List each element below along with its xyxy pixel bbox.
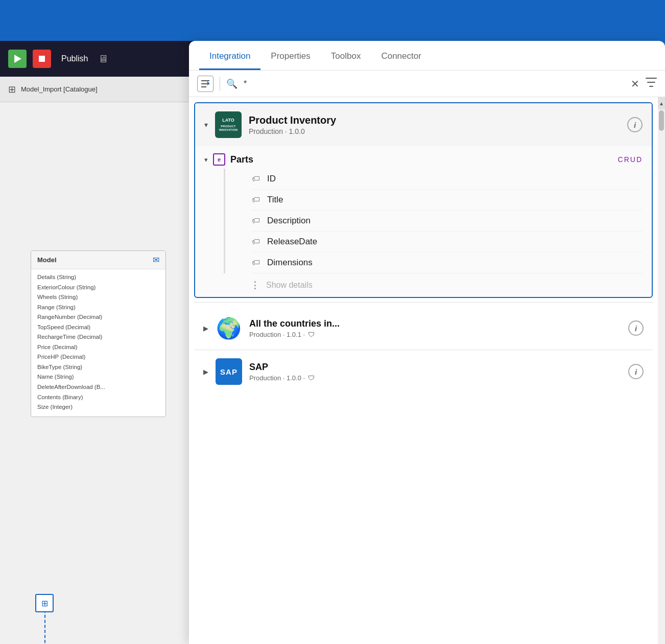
model-item-2: ExteriorColour (String) (37, 283, 159, 293)
product-inventory-version: Production · 1.0.0 (249, 127, 620, 135)
tab-toolbox[interactable]: Toolbox (321, 44, 371, 70)
field-dimensions: 🏷 Dimensions (252, 252, 643, 273)
all-countries-info-button[interactable]: i (628, 320, 644, 336)
field-list: 🏷 ID 🏷 Title 🏷 Description 🏷 (224, 169, 643, 273)
field-id-name: ID (267, 174, 276, 184)
all-countries-name: All the countries in... (249, 318, 621, 329)
sap-logo-text: SAP (220, 367, 238, 376)
all-countries-info: All the countries in... Production · 1.0… (249, 318, 621, 338)
tab-integration[interactable]: Integration (199, 44, 260, 70)
bottom-node-icon[interactable]: ⊞ (35, 594, 54, 612)
model-item-4: Range (String) (37, 303, 159, 313)
all-countries-logo: 🌍 (216, 315, 242, 341)
main-panel: Integration Properties Toolbox Connector… (189, 41, 665, 644)
product-inventory-name: Product Inventory (249, 114, 620, 126)
model-item-14: Size (Integer) (37, 402, 159, 412)
svg-rect-0 (201, 80, 209, 81)
sap-chevron-icon: ▶ (203, 368, 208, 376)
model-item-7: RechargeTime (Decimal) (37, 332, 159, 342)
field-dimensions-name: Dimensions (267, 258, 313, 268)
scroll-track: ▲ (658, 97, 665, 644)
parts-label: Parts (230, 154, 613, 165)
all-countries-shield-icon: 🛡 (308, 331, 315, 338)
search-close-button[interactable]: ✕ (631, 78, 639, 90)
chevron-down-icon: ▾ (204, 121, 208, 129)
model-item-11: Name (String) (37, 372, 159, 382)
model-item-12: DeleteAfterDownload (B... (37, 382, 159, 393)
svg-rect-2 (201, 86, 206, 87)
parts-header: ▾ e Parts CRUD (204, 153, 643, 166)
field-tag-icon-3: 🏷 (252, 216, 260, 225)
tab-connector[interactable]: Connector (371, 44, 431, 70)
product-inventory-info-button[interactable]: i (627, 117, 643, 132)
stop-button[interactable] (33, 50, 51, 68)
parts-section: ▾ e Parts CRUD 🏷 ID 🏷 Title (195, 146, 652, 297)
field-tag-icon-4: 🏷 (252, 237, 260, 246)
product-logo: LATO PRODUCT INNOVATION (215, 111, 242, 138)
product-inventory-info: Product Inventory Production · 1.0.0 (249, 114, 620, 135)
parts-chevron-icon: ▾ (204, 156, 208, 164)
model-item-3: Wheels (String) (37, 292, 159, 303)
field-title: 🏷 Title (252, 190, 643, 211)
model-item-1: Details (String) (37, 272, 159, 283)
search-icon: 🔍 (226, 78, 238, 89)
field-description-name: Description (267, 216, 311, 226)
publish-button[interactable]: Publish (57, 52, 92, 65)
show-details-row[interactable]: ⋮ Show details (204, 273, 643, 297)
model-box-items: Details (String) ExteriorColour (String)… (31, 269, 165, 417)
sap-info: SAP Production · 1.0.0 · 🛡 (249, 362, 621, 382)
play-button[interactable] (8, 50, 27, 68)
model-item-8: Price (Decimal) (37, 342, 159, 353)
sap-shield-icon: 🛡 (308, 374, 315, 382)
monitor-icon: 🖥 (98, 53, 108, 65)
field-description: 🏷 Description (252, 211, 643, 232)
model-envelope-icon: ✉ (153, 255, 159, 265)
node-icon: ⊞ (8, 84, 16, 95)
model-box-header: Model ✉ (31, 251, 165, 269)
search-bar: 🔍 * ✕ (189, 71, 665, 97)
parts-crud-label: CRUD (618, 155, 643, 164)
field-title-name: Title (267, 195, 283, 205)
field-releasedate-name: ReleaseDate (267, 237, 317, 247)
all-countries-card[interactable]: ▶ 🌍 All the countries in... Production ·… (194, 307, 653, 350)
lato-logo-line2: PRODUCT INNOVATION (217, 125, 240, 132)
model-item-5: RangeNumber (Decimal) (37, 312, 159, 323)
sap-info-button[interactable]: i (628, 364, 644, 379)
product-inventory-header[interactable]: ▾ LATO PRODUCT INNOVATION Product Invent… (195, 103, 652, 146)
field-tag-icon-5: 🏷 (252, 258, 260, 267)
tab-properties[interactable]: Properties (260, 44, 320, 70)
search-input[interactable]: * (244, 79, 625, 88)
section-divider-1 (194, 302, 653, 303)
scroll-thumb[interactable] (659, 110, 664, 131)
toggle-panel-button[interactable] (197, 76, 213, 92)
show-details-text: Show details (266, 281, 313, 290)
sap-logo: SAP (216, 358, 242, 385)
all-countries-version: Production · 1.0.1 · 🛡 (249, 331, 621, 338)
model-item-10: BikeType (String) (37, 362, 159, 373)
model-item-6: TopSpeed (Decimal) (37, 323, 159, 333)
breadcrumb-text: Model_Import [Catalogue] (21, 85, 98, 93)
field-releasedate: 🏷 ReleaseDate (252, 232, 643, 252)
all-countries-chevron-icon: ▶ (203, 325, 208, 332)
tab-bar: Integration Properties Toolbox Connector (189, 41, 665, 71)
field-id: 🏷 ID (252, 169, 643, 190)
sap-card[interactable]: ▶ SAP SAP Production · 1.0.0 · 🛡 i (194, 350, 653, 393)
sap-version: Production · 1.0.0 · 🛡 (249, 374, 621, 382)
search-filter-button[interactable] (646, 77, 657, 90)
breadcrumb-bar: ⊞ Model_Import [Catalogue] (0, 77, 194, 102)
product-inventory-card: ▾ LATO PRODUCT INNOVATION Product Invent… (194, 102, 653, 298)
model-item-13: Contents (Binary) (37, 393, 159, 403)
model-item-9: PriceHP (Decimal) (37, 352, 159, 362)
model-box-title: Model (37, 256, 57, 264)
parts-entity-icon: e (213, 153, 225, 166)
play-icon (14, 55, 21, 63)
field-tag-icon-2: 🏷 (252, 195, 260, 204)
field-tag-icon: 🏷 (252, 174, 260, 183)
search-divider (220, 77, 220, 91)
lato-logo-line1: LATO (222, 118, 234, 124)
scroll-up-button[interactable]: ▲ (658, 97, 665, 109)
dots-menu-icon: ⋮ (250, 280, 260, 291)
model-box: Model ✉ Details (String) ExteriorColour … (31, 250, 166, 417)
svg-marker-3 (207, 81, 209, 85)
panel-content: ▾ LATO PRODUCT INNOVATION Product Invent… (189, 97, 665, 644)
